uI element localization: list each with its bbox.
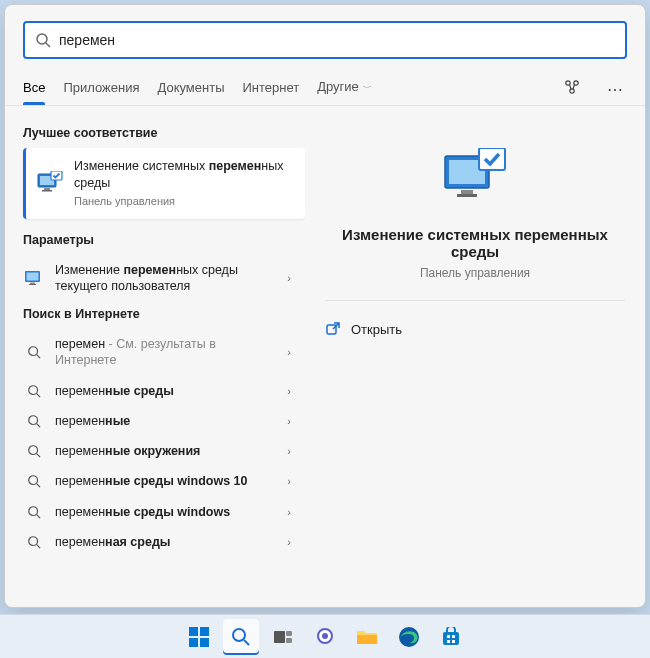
web-result-item[interactable]: переменные› xyxy=(23,406,305,436)
svg-point-26 xyxy=(29,506,38,515)
taskbar-start[interactable] xyxy=(181,619,217,655)
taskbar-store[interactable] xyxy=(433,619,469,655)
svg-line-41 xyxy=(244,640,249,645)
chevron-right-icon: › xyxy=(287,445,291,457)
svg-point-16 xyxy=(29,347,38,356)
svg-line-5 xyxy=(570,85,572,90)
preview-monitor-check-icon xyxy=(443,148,507,208)
svg-line-29 xyxy=(37,545,41,549)
taskbar-taskview[interactable] xyxy=(265,619,301,655)
svg-line-17 xyxy=(37,355,41,359)
web-result-item[interactable]: переменные среды windows 10› xyxy=(23,466,305,496)
svg-rect-10 xyxy=(42,190,52,192)
chevron-right-icon: › xyxy=(287,415,291,427)
section-params: Параметры xyxy=(23,233,305,247)
svg-point-4 xyxy=(570,89,574,93)
monitor-icon xyxy=(23,270,45,286)
search-icon xyxy=(23,414,45,428)
preview-title: Изменение системных переменных среды xyxy=(325,226,625,260)
search-icon xyxy=(23,444,45,458)
svg-rect-50 xyxy=(447,635,450,638)
results-area: Лучшее соответствие Изменение системных … xyxy=(5,106,645,607)
svg-rect-44 xyxy=(286,638,292,643)
svg-line-6 xyxy=(573,85,575,90)
param-item[interactable]: Изменение переменных среды текущего поль… xyxy=(23,255,305,302)
svg-rect-38 xyxy=(189,638,198,647)
more-options-icon[interactable]: ⋯ xyxy=(603,76,627,103)
svg-line-25 xyxy=(37,484,41,488)
taskbar-edge[interactable] xyxy=(391,619,427,655)
svg-rect-51 xyxy=(452,635,455,638)
search-icon xyxy=(23,505,45,519)
search-window: Все Приложения Документы Интернет Другие… xyxy=(4,4,646,608)
tab-more[interactable]: Другие ﹀ xyxy=(317,73,372,105)
monitor-check-icon xyxy=(36,169,64,197)
search-input[interactable] xyxy=(59,32,615,48)
results-list: Лучшее соответствие Изменение системных … xyxy=(5,106,305,607)
network-icon[interactable] xyxy=(559,74,585,104)
search-icon xyxy=(23,384,45,398)
web-result-item[interactable]: переменная среды› xyxy=(23,527,305,557)
web-result-item[interactable]: переменные окружения› xyxy=(23,436,305,466)
preview-subtitle: Панель управления xyxy=(420,266,530,280)
tab-docs[interactable]: Документы xyxy=(157,74,224,105)
taskbar xyxy=(0,614,650,658)
web-result-item[interactable]: переменные среды› xyxy=(23,376,305,406)
svg-rect-43 xyxy=(286,631,292,636)
svg-rect-39 xyxy=(200,638,209,647)
best-match-item[interactable]: Изменение системных переменных среды Пан… xyxy=(23,148,305,219)
open-action[interactable]: Открыть xyxy=(325,317,625,341)
svg-rect-14 xyxy=(30,282,35,284)
chevron-right-icon: › xyxy=(287,385,291,397)
svg-point-24 xyxy=(29,476,38,485)
svg-rect-36 xyxy=(189,627,198,636)
svg-rect-33 xyxy=(457,194,477,197)
preview-pane: Изменение системных переменных среды Пан… xyxy=(305,106,645,607)
svg-point-20 xyxy=(29,416,38,425)
svg-rect-53 xyxy=(452,640,455,643)
search-icon xyxy=(23,345,45,359)
svg-rect-52 xyxy=(447,640,450,643)
svg-point-22 xyxy=(29,446,38,455)
svg-rect-32 xyxy=(461,190,473,194)
svg-point-0 xyxy=(37,34,47,44)
svg-point-46 xyxy=(322,633,328,639)
svg-rect-47 xyxy=(357,635,377,644)
svg-rect-49 xyxy=(443,632,459,645)
best-match-text: Изменение системных переменных среды Пан… xyxy=(74,158,295,209)
divider xyxy=(325,300,625,301)
svg-rect-42 xyxy=(274,631,285,643)
search-icon xyxy=(35,32,51,48)
tab-apps[interactable]: Приложения xyxy=(63,74,139,105)
chevron-right-icon: › xyxy=(287,475,291,487)
filter-tabs: Все Приложения Документы Интернет Другие… xyxy=(5,67,645,106)
search-icon xyxy=(23,535,45,549)
tab-web[interactable]: Интернет xyxy=(242,74,299,105)
tab-all[interactable]: Все xyxy=(23,74,45,105)
chevron-down-icon: ﹀ xyxy=(361,83,373,93)
taskbar-explorer[interactable] xyxy=(349,619,385,655)
web-result-item[interactable]: перемен - См. результаты в Интернете› xyxy=(23,329,305,376)
svg-point-40 xyxy=(233,629,245,641)
svg-rect-34 xyxy=(479,148,505,170)
svg-line-27 xyxy=(37,514,41,518)
svg-rect-15 xyxy=(29,284,36,285)
svg-rect-9 xyxy=(44,188,50,190)
svg-point-28 xyxy=(29,537,38,546)
chevron-right-icon: › xyxy=(287,272,291,284)
svg-point-18 xyxy=(29,385,38,394)
search-box[interactable] xyxy=(23,21,627,59)
chevron-right-icon: › xyxy=(287,506,291,518)
svg-rect-37 xyxy=(200,627,209,636)
svg-line-21 xyxy=(37,424,41,428)
chevron-right-icon: › xyxy=(287,346,291,358)
section-web: Поиск в Интернете xyxy=(23,307,305,321)
taskbar-search[interactable] xyxy=(223,619,259,655)
web-result-item[interactable]: переменные среды windows› xyxy=(23,497,305,527)
section-best-match: Лучшее соответствие xyxy=(23,126,305,140)
taskbar-chat[interactable] xyxy=(307,619,343,655)
svg-line-19 xyxy=(37,393,41,397)
chevron-right-icon: › xyxy=(287,536,291,548)
svg-line-23 xyxy=(37,454,41,458)
svg-rect-13 xyxy=(27,272,39,280)
